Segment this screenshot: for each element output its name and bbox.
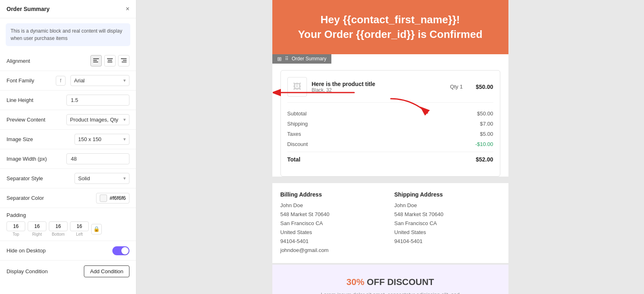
billing-email: johndoe@gmail.com xyxy=(280,246,386,255)
total-value: $52.00 xyxy=(476,156,493,163)
discount-subtitle: Lorem ipsum dolor sit amet, consectetur … xyxy=(289,291,492,294)
padding-bottom-input[interactable] xyxy=(49,221,68,231)
subtotal-label: Subtotal xyxy=(287,111,307,117)
preview-content-wrapper: Product Images, Qty Product Images Qty O… xyxy=(66,114,129,125)
shipping-row: Shipping $7.00 xyxy=(287,119,493,129)
order-summary-tag-label: ⠿ xyxy=(285,56,289,62)
taxes-label: Taxes xyxy=(287,131,301,137)
discount-row: Discount -$10.00 xyxy=(287,139,493,149)
grid-icon: ⊞ xyxy=(277,56,282,62)
padding-section: Padding Top Right Bottom Left 🔒 xyxy=(0,208,136,241)
preview-content-section: Preview Content Product Images, Qty Prod… xyxy=(0,110,136,130)
padding-right-input[interactable] xyxy=(28,221,46,231)
billing-street: 548 Market St 70640 xyxy=(280,210,386,219)
svg-rect-1 xyxy=(93,60,97,61)
align-right-button[interactable] xyxy=(118,55,129,66)
image-size-wrapper: 150 x 150 100 x 100 200 x 200 ▼ xyxy=(74,134,129,145)
shipping-phone: 94104-5401 xyxy=(394,237,500,246)
product-qty: Qty 1 xyxy=(450,84,463,90)
order-summary-tag: ⊞ ⠿ Order Summary xyxy=(272,54,331,64)
order-summary-tag-bar: ⊞ ⠿ Order Summary xyxy=(272,54,331,64)
line-height-label: Line Height xyxy=(7,97,33,103)
order-summary-tag-text: Order Summary xyxy=(292,56,326,62)
separator-color-label: Separator Color xyxy=(7,195,44,201)
email-header: Hey {{contact_first_name}}! Your Order {… xyxy=(272,0,508,54)
font-family-section: Font Family f Arial Helvetica Georgia Ti… xyxy=(0,71,136,91)
billing-phone: 94104-5401 xyxy=(280,237,386,246)
align-center-button[interactable] xyxy=(104,55,116,66)
close-button[interactable]: × xyxy=(126,6,129,12)
display-condition-label: Display Condition xyxy=(7,268,48,274)
separator-color-swatch xyxy=(100,195,107,202)
image-width-controls xyxy=(66,153,129,164)
shipping-address-col: Shipping Address John Doe 548 Market St … xyxy=(394,191,500,255)
subtotal-row: Subtotal $50.00 xyxy=(287,108,493,119)
product-title: Here is the product title xyxy=(312,81,445,87)
align-right-icon xyxy=(121,58,127,64)
svg-rect-4 xyxy=(108,60,112,61)
padding-left-input[interactable] xyxy=(70,221,89,231)
total-row: Total $52.00 xyxy=(287,152,493,165)
preview-content-select[interactable]: Product Images, Qty Product Images Qty O… xyxy=(66,114,129,125)
padding-lock-button[interactable]: 🔒 xyxy=(91,224,102,234)
svg-rect-0 xyxy=(93,58,99,59)
image-width-section: Image Width (px) xyxy=(0,149,136,169)
svg-rect-2 xyxy=(93,62,98,62)
total-label: Total xyxy=(287,156,300,163)
shipping-city: San Francisco CA xyxy=(394,219,500,228)
email-preview: Hey {{contact_first_name}}! Your Order {… xyxy=(272,0,508,294)
svg-rect-8 xyxy=(122,62,127,62)
padding-bottom-field: Bottom xyxy=(49,221,68,237)
email-header-title: Hey {{contact_first_name}}! Your Order {… xyxy=(289,12,492,42)
product-row: 🖼 Here is the product title Black, 32 Qt… xyxy=(287,77,493,103)
discount-subtitle-line1: Lorem ipsum dolor sit amet, consectetur … xyxy=(321,292,460,294)
line-height-controls xyxy=(66,95,129,106)
shipping-name: John Doe xyxy=(394,201,500,210)
font-family-label: Font Family xyxy=(7,77,34,84)
separator-style-section: Separator Style Solid Dashed Dotted None… xyxy=(0,169,136,188)
separator-color-section: Separator Color #f6f6f6 xyxy=(0,188,136,208)
line-height-input[interactable] xyxy=(66,95,129,106)
padding-label: Padding xyxy=(7,212,129,218)
image-width-input[interactable] xyxy=(66,153,129,164)
toggle-thumb xyxy=(121,247,129,254)
add-condition-button[interactable]: Add Condition xyxy=(84,265,129,277)
alignment-section: Alignment xyxy=(0,51,136,71)
font-family-select[interactable]: Arial Helvetica Georgia Times New Roman xyxy=(70,75,129,86)
separator-style-label: Separator Style xyxy=(7,175,43,181)
product-price: $50.00 xyxy=(476,84,493,90)
order-summary-section: ⊞ ⠿ Order Summary 🖼 Here is the product … xyxy=(272,54,508,177)
shipping-heading: Shipping Address xyxy=(394,191,500,198)
discount-label: Discount xyxy=(287,141,308,147)
discount-banner: 30% OFF DISCOUNT Lorem ipsum dolor sit a… xyxy=(272,265,508,294)
billing-name: John Doe xyxy=(280,201,386,210)
align-left-button[interactable] xyxy=(90,55,102,66)
svg-rect-7 xyxy=(123,60,127,61)
preview-content-label: Preview Content xyxy=(7,117,45,123)
padding-top-input[interactable] xyxy=(7,221,25,231)
shipping-street: 548 Market St 70640 xyxy=(394,210,500,219)
image-size-select[interactable]: 150 x 150 100 x 100 200 x 200 xyxy=(74,134,129,145)
panel-title: Order Summary xyxy=(7,6,50,12)
svg-rect-5 xyxy=(107,62,112,62)
hide-on-desktop-toggle[interactable] xyxy=(112,246,129,255)
discount-title: 30% OFF DISCOUNT xyxy=(289,277,492,287)
font-family-wrapper: Arial Helvetica Georgia Times New Roman … xyxy=(70,75,129,86)
taxes-row: Taxes $5.00 xyxy=(287,129,493,139)
taxes-value: $5.00 xyxy=(480,131,493,137)
separator-color-picker[interactable]: #f6f6f6 xyxy=(96,193,129,203)
separator-style-select[interactable]: Solid Dashed Dotted None xyxy=(74,173,129,184)
billing-heading: Billing Address xyxy=(280,191,386,198)
line-height-section: Line Height xyxy=(0,91,136,110)
hide-on-desktop-section: Hide on Desktop xyxy=(0,241,136,261)
padding-bottom-label: Bottom xyxy=(52,232,65,237)
padding-top-field: Top xyxy=(7,221,25,237)
header-line1: Hey {{contact_first_name}}! xyxy=(320,13,460,26)
product-image-placeholder: 🖼 xyxy=(287,77,307,97)
product-variant: Black, 32 xyxy=(312,87,445,93)
image-width-label: Image Width (px) xyxy=(7,156,47,162)
font-icon: f xyxy=(56,76,66,86)
padding-left-field: Left xyxy=(70,221,89,237)
padding-right-field: Right xyxy=(28,221,46,237)
hide-on-desktop-toggle-wrapper xyxy=(112,246,129,255)
